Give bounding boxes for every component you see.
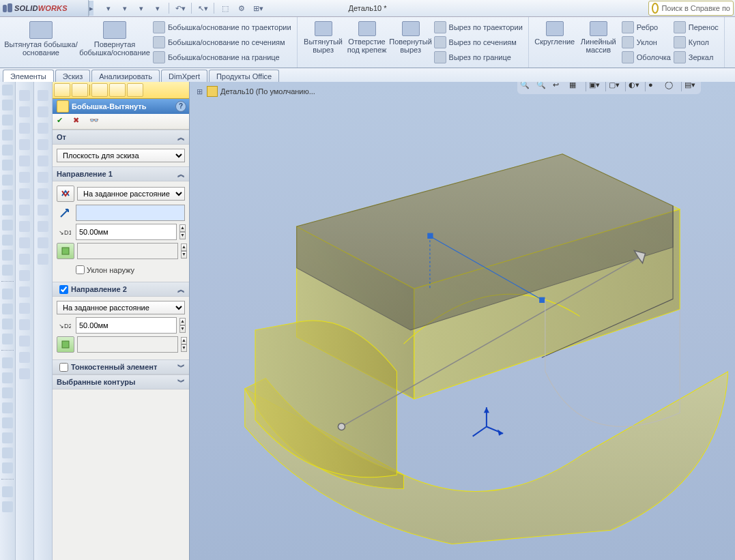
section-thin[interactable]: Тонкостенный элемент︾: [53, 359, 189, 374]
lt-icon[interactable]: [38, 254, 48, 265]
lt-icon[interactable]: [19, 205, 30, 216]
lt-icon[interactable]: [2, 334, 13, 344]
spin-down[interactable]: ▼: [179, 325, 186, 333]
lt-icon[interactable]: [38, 123, 48, 134]
lt-icon[interactable]: [19, 368, 30, 379]
lt-icon[interactable]: [2, 220, 13, 231]
section-from[interactable]: От︽: [53, 130, 189, 145]
zoom-area-icon[interactable]: 🔍: [536, 82, 550, 93]
lt-icon[interactable]: [2, 175, 13, 186]
move-button[interactable]: Перенос: [672, 20, 720, 35]
view-settings-icon[interactable]: ▤▾: [684, 82, 698, 93]
draft-button[interactable]: Уклон: [620, 35, 672, 50]
dir2-enable-checkbox[interactable]: [59, 285, 68, 294]
options-icon[interactable]: ⚙: [236, 3, 247, 14]
thin-enable-checkbox[interactable]: [59, 363, 68, 372]
lt-icon[interactable]: [38, 106, 48, 117]
loft-boss-button[interactable]: Бобышка/основание по сечениям: [152, 35, 293, 50]
rebuild-icon[interactable]: ⬚: [220, 3, 231, 14]
lt-icon[interactable]: [2, 319, 13, 329]
lt-icon[interactable]: [19, 237, 30, 248]
extrude-cut-button[interactable]: Вытянутый вырез: [302, 20, 345, 54]
revolve-cut-button[interactable]: Повернутый вырез: [389, 20, 433, 54]
lt-icon[interactable]: [2, 289, 13, 299]
prev-view-icon[interactable]: ↩: [553, 82, 566, 93]
draft-outward-checkbox[interactable]: Уклон наружу: [57, 262, 185, 278]
lt-icon[interactable]: [38, 237, 48, 248]
lt-icon[interactable]: [19, 156, 30, 166]
lt-icon[interactable]: [38, 139, 48, 150]
dome-button[interactable]: Купол: [672, 35, 720, 50]
zoom-fit-icon[interactable]: 🔍: [520, 82, 534, 93]
help-icon[interactable]: ?: [175, 101, 186, 112]
lt-icon[interactable]: [19, 336, 30, 347]
d1-depth-input[interactable]: [76, 224, 177, 240]
scene-icon[interactable]: ◯: [665, 82, 678, 93]
tab-features[interactable]: Элементы: [3, 70, 54, 83]
d1-draft-input[interactable]: [77, 243, 178, 259]
shell-button[interactable]: Оболочка: [620, 50, 672, 65]
lt-icon[interactable]: [2, 501, 13, 512]
lt-icon[interactable]: [2, 304, 13, 314]
tab-analyze[interactable]: Анализировать: [91, 70, 160, 83]
spin-up[interactable]: ▲: [181, 244, 187, 251]
lt-icon[interactable]: [2, 190, 13, 201]
boundary-boss-button[interactable]: Бобышка/основание на границе: [152, 50, 293, 65]
lt-icon[interactable]: [2, 205, 13, 216]
options2-icon[interactable]: ⊞▾: [253, 3, 263, 14]
lt-icon[interactable]: [19, 188, 30, 199]
tab-dimxpert[interactable]: DimXpert: [161, 70, 207, 83]
lt-icon[interactable]: [2, 486, 13, 497]
spin-down[interactable]: ▼: [181, 251, 187, 259]
lt-icon[interactable]: [38, 90, 48, 101]
sweep-cut-button[interactable]: Вырез по траектории: [433, 20, 524, 35]
lt-icon[interactable]: [19, 90, 30, 101]
lt-icon[interactable]: [2, 447, 13, 458]
lt-icon[interactable]: [19, 319, 30, 330]
lt-icon[interactable]: [2, 130, 13, 141]
pm-tab-icon[interactable]: [109, 83, 126, 97]
lt-icon[interactable]: [38, 172, 48, 183]
lt-icon[interactable]: [19, 303, 30, 314]
spin-down[interactable]: ▼: [179, 232, 186, 239]
lt-icon[interactable]: [2, 372, 13, 383]
ok-icon[interactable]: ✔: [57, 116, 68, 127]
lt-icon[interactable]: [2, 160, 13, 171]
section-view-icon[interactable]: ▦: [569, 82, 583, 93]
pm-tab-icon[interactable]: [127, 83, 143, 97]
lt-icon[interactable]: [19, 123, 30, 134]
extrude-boss-button[interactable]: Вытянутая бобышка/основание: [4, 20, 78, 57]
undo-icon[interactable]: ↶▾: [175, 3, 186, 14]
pattern-button[interactable]: Линейный массив: [577, 20, 620, 54]
boundary-cut-button[interactable]: Вырез по границе: [433, 50, 524, 65]
lt-icon[interactable]: [38, 221, 48, 232]
help-search[interactable]: Поиск в Справке по: [648, 1, 734, 16]
lt-icon[interactable]: [19, 352, 30, 363]
lt-icon[interactable]: [2, 115, 13, 126]
graphics-viewport[interactable]: Деталь10 (По умолчанию... 🔍 🔍 ↩ ▦ ▣▾ ▢▾ …: [190, 82, 735, 560]
lt-icon[interactable]: [19, 254, 30, 265]
appearance-icon[interactable]: ●: [648, 82, 662, 93]
lt-icon[interactable]: [19, 286, 30, 297]
reverse-direction-button[interactable]: [57, 186, 74, 202]
section-direction1[interactable]: Направление 1︽: [53, 166, 189, 181]
section-contours[interactable]: Выбранные контуры︾: [53, 374, 189, 389]
lt-icon[interactable]: [2, 145, 13, 156]
view-orient-icon[interactable]: ▣▾: [589, 82, 603, 93]
dir2-endcondition-select[interactable]: На заданное расстояние: [57, 301, 185, 314]
draft-button-d2[interactable]: [57, 336, 74, 353]
open-icon[interactable]: ▾: [119, 3, 130, 14]
spin-down[interactable]: ▼: [181, 344, 187, 352]
revolve-boss-button[interactable]: Повернутая бобышка/основание: [78, 20, 152, 57]
dir1-vector-input[interactable]: [76, 205, 185, 221]
pm-tab-icon[interactable]: [91, 83, 108, 97]
new-icon[interactable]: ▾: [103, 3, 114, 14]
pm-tab-icon[interactable]: [72, 83, 88, 97]
lt-icon[interactable]: [19, 172, 30, 183]
fillet-button[interactable]: Скругление: [533, 20, 577, 46]
lt-icon[interactable]: [2, 250, 13, 261]
loft-cut-button[interactable]: Вырез по сечениям: [433, 35, 524, 50]
dir1-endcondition-select[interactable]: На заданное расстояние: [77, 187, 185, 201]
display-style-icon[interactable]: ▢▾: [609, 82, 622, 93]
print-icon[interactable]: ▾: [152, 3, 163, 14]
